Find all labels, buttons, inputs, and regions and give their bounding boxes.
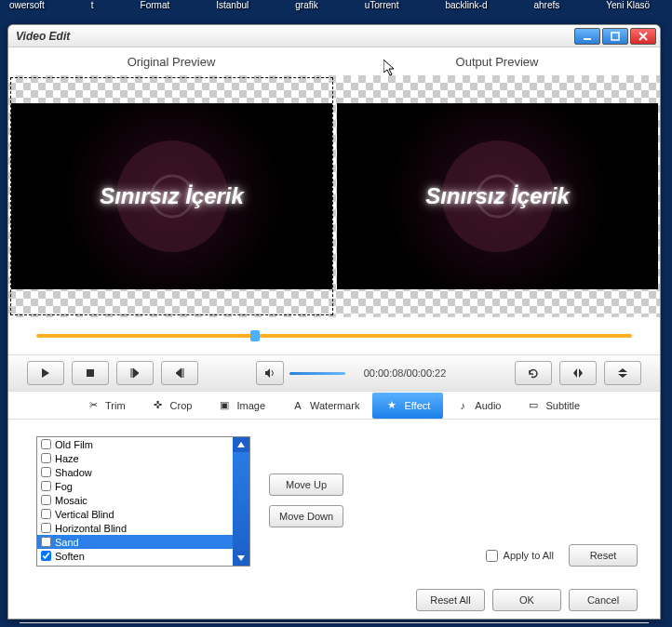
effect-label: Shadow (55, 467, 92, 478)
desktop-icon[interactable]: Yeni Klasö (606, 0, 650, 23)
desktop-icons: owersoft t Format İstanbul grafik uTorre… (0, 0, 672, 23)
effect-checkbox[interactable] (41, 523, 51, 533)
ok-button[interactable]: OK (492, 589, 561, 611)
svg-rect-0 (584, 38, 591, 40)
effect-label: Vertical Blind (55, 509, 114, 520)
effect-checkbox[interactable] (41, 467, 51, 477)
close-button[interactable] (630, 28, 656, 45)
flip-vertical-button[interactable] (604, 361, 641, 385)
volume-slider[interactable] (289, 372, 345, 375)
move-down-button[interactable]: Move Down (269, 505, 343, 527)
cancel-button[interactable]: Cancel (569, 589, 638, 611)
mouse-cursor (383, 60, 398, 78)
svg-rect-4 (87, 369, 94, 377)
list-item[interactable]: Old Film (37, 437, 233, 451)
effect-label: Sand (55, 537, 79, 548)
list-item[interactable]: Vertical Blind (37, 507, 233, 521)
apply-to-all-checkbox[interactable]: Apply to All (486, 550, 554, 562)
list-item[interactable]: Haze (37, 451, 233, 465)
list-item[interactable]: Fog (37, 479, 233, 493)
playback-controls: 00:00:08/00:00:22 (8, 354, 660, 392)
list-item[interactable]: Mosaic (37, 493, 233, 507)
effect-checkbox[interactable] (41, 509, 51, 519)
playback-track[interactable] (8, 317, 660, 354)
move-up-button[interactable]: Move Up (269, 474, 343, 496)
watermark-icon: A (291, 399, 304, 412)
desktop-icon[interactable]: owersoft (9, 0, 45, 23)
window-title: Video Edit (12, 30, 572, 43)
list-item[interactable]: Shadow (37, 465, 233, 479)
effect-list[interactable]: Old FilmHazeShadowFogMosaicVertical Blin… (36, 436, 250, 567)
output-preview-pane[interactable]: Sınırsız İçerik (337, 77, 658, 315)
scissors-icon: ✂ (87, 399, 100, 412)
video-overlay-text: Sınırsız İçerik (100, 183, 244, 209)
reset-all-button[interactable]: Reset All (416, 589, 485, 611)
reset-button[interactable]: Reset (569, 544, 638, 567)
stop-button[interactable] (72, 361, 109, 385)
list-item[interactable]: Sand (37, 535, 233, 549)
tab-image[interactable]: ▣Image (205, 393, 278, 419)
effect-checkbox[interactable] (41, 495, 51, 505)
mark-in-button[interactable] (116, 361, 154, 385)
crop-icon: ✜ (152, 399, 165, 412)
tab-subtitle[interactable]: ▭Subtitle (514, 393, 593, 419)
effect-checkbox[interactable] (41, 453, 51, 463)
flip-horizontal-button[interactable] (559, 361, 597, 385)
scroll-down-icon[interactable] (233, 551, 249, 566)
tab-effect[interactable]: ★Effect (372, 393, 443, 419)
effect-checkbox[interactable] (41, 537, 51, 547)
desktop-icon[interactable]: Format (141, 0, 170, 23)
image-icon: ▣ (218, 399, 231, 412)
effect-label: Old Film (55, 439, 93, 450)
timecode-display: 00:00:08/00:00:22 (364, 367, 447, 379)
desktop-icon[interactable]: grafik (295, 0, 317, 23)
tab-audio[interactable]: ♪Audio (443, 393, 514, 419)
list-item[interactable]: Horizontal Blind (37, 521, 233, 535)
desktop-icon[interactable]: İstanbul (216, 0, 249, 23)
desktop-icon[interactable]: backlink-d (445, 0, 487, 23)
effect-label: Haze (55, 453, 79, 464)
volume-button[interactable] (256, 361, 284, 385)
scroll-up-icon[interactable] (233, 437, 249, 452)
original-preview-pane[interactable]: Sınırsız İçerik (10, 77, 333, 315)
video-overlay-text: Sınırsız İçerik (425, 183, 570, 209)
effect-checkbox[interactable] (41, 551, 51, 561)
effect-checkbox[interactable] (41, 439, 51, 449)
tab-trim[interactable]: ✂Trim (74, 393, 139, 419)
effect-label: Soften (55, 551, 85, 562)
original-preview-label: Original Preview (8, 55, 334, 69)
scrollbar[interactable] (233, 437, 249, 566)
svg-rect-1 (612, 33, 619, 40)
playhead-thumb[interactable] (250, 330, 260, 341)
titlebar[interactable]: Video Edit (8, 25, 660, 47)
mark-out-button[interactable] (161, 361, 198, 385)
desktop-icon[interactable]: uTorrent (365, 0, 399, 23)
video-edit-window: Video Edit Original Preview Output Previ… (7, 24, 661, 620)
effect-checkbox[interactable] (41, 481, 51, 491)
rotate-button[interactable] (515, 361, 552, 385)
edit-tabs: ✂Trim ✜Crop ▣Image AWatermark ★Effect ♪A… (8, 392, 660, 420)
minimize-button[interactable] (574, 28, 600, 45)
star-icon: ★ (385, 399, 398, 412)
subtitle-icon: ▭ (527, 399, 540, 412)
play-button[interactable] (27, 361, 64, 385)
list-item[interactable]: Soften (37, 549, 233, 563)
effect-label: Mosaic (55, 495, 87, 506)
desktop-icon[interactable]: t (91, 0, 94, 23)
tab-watermark[interactable]: AWatermark (278, 393, 372, 419)
music-note-icon: ♪ (456, 399, 469, 412)
desktop-icon[interactable]: ahrefs (533, 0, 559, 23)
effect-label: Horizontal Blind (55, 523, 127, 534)
tab-crop[interactable]: ✜Crop (139, 393, 206, 419)
effect-label: Fog (55, 481, 73, 492)
maximize-button[interactable] (602, 28, 628, 45)
